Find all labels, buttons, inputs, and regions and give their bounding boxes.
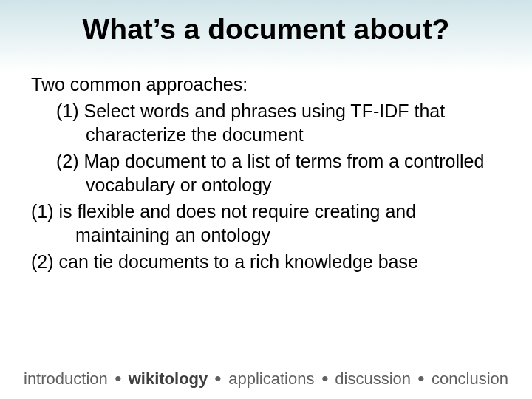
footer-item: discussion — [335, 369, 411, 388]
footer-item: applications — [228, 369, 314, 388]
slide-footer: introduction • wikitology • applications… — [0, 369, 532, 389]
list-item: (1) Select words and phrases using TF-ID… — [61, 99, 501, 146]
footer-item: wikitology — [129, 369, 208, 388]
slide-body: Two common approaches: (1) Select words … — [0, 52, 532, 273]
footer-item: conclusion — [432, 369, 508, 388]
slide-title: What’s a document about? — [0, 0, 532, 52]
bullet-icon: • — [417, 367, 424, 390]
item-text: Map document to a list of terms from a c… — [79, 151, 485, 195]
item-text: Select words and phrases using TF-IDF th… — [79, 100, 446, 145]
item-text: can tie documents to a rich knowledge ba… — [54, 251, 418, 272]
item-number: (1) — [56, 100, 79, 121]
bullet-icon: • — [115, 367, 121, 390]
body-lead: Two common approaches: — [31, 72, 501, 96]
list-item: (1) is flexible and does not require cre… — [31, 200, 501, 247]
item-number: (2) — [56, 151, 79, 171]
footer-item: introduction — [24, 369, 108, 388]
list-item: (2) can tie documents to a rich knowledg… — [31, 250, 501, 273]
item-number: (1) — [31, 201, 54, 222]
item-number: (2) — [31, 251, 54, 272]
slide: What’s a document about? Two common appr… — [0, 0, 532, 399]
list-item: (2) Map document to a list of terms from… — [61, 149, 501, 197]
bullet-icon: • — [321, 367, 328, 390]
item-text: is flexible and does not require creatin… — [54, 201, 417, 245]
bullet-icon: • — [215, 367, 222, 390]
